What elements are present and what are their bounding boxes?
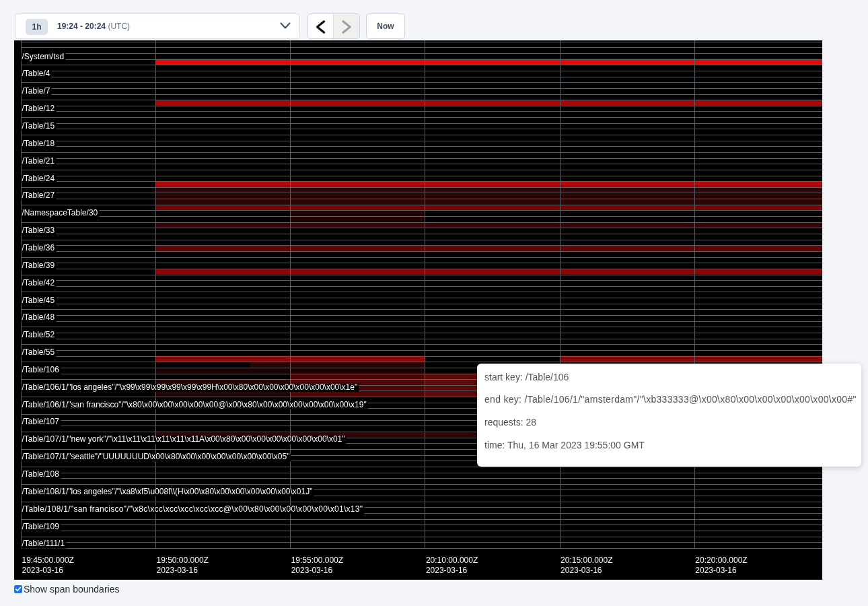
svg-text:/Table/52: /Table/52 <box>22 330 55 339</box>
svg-text:/Table/107: /Table/107 <box>22 417 60 426</box>
svg-text:/Table/45: /Table/45 <box>22 296 55 305</box>
svg-text:2023-03-16: 2023-03-16 <box>157 566 198 575</box>
svg-text:19:55:00.000Z: 19:55:00.000Z <box>291 556 343 565</box>
svg-text:/Table/24: /Table/24 <box>22 174 55 183</box>
svg-text:20:15:00.000Z: 20:15:00.000Z <box>560 556 612 565</box>
svg-text:/Table/48: /Table/48 <box>22 312 55 322</box>
svg-text:/Table/12: /Table/12 <box>22 104 55 113</box>
svg-text:/Table/21: /Table/21 <box>22 156 55 166</box>
svg-text:/Table/7: /Table/7 <box>22 86 50 96</box>
svg-text:/System/tsd: /System/tsd <box>22 52 65 61</box>
svg-text:2023-03-16: 2023-03-16 <box>560 566 602 575</box>
svg-text:/Table/106/1/"los angeles"/"\x: /Table/106/1/"los angeles"/"\x99\x99\x99… <box>22 382 358 392</box>
svg-text:/Table/36: /Table/36 <box>22 243 55 252</box>
svg-text:/Table/111/1: /Table/111/1 <box>22 539 65 548</box>
svg-text:/Table/55: /Table/55 <box>22 347 55 357</box>
svg-text:19:45:00.000Z: 19:45:00.000Z <box>22 556 74 565</box>
svg-text:/Table/15: /Table/15 <box>22 121 55 131</box>
svg-text:/Table/27: /Table/27 <box>22 191 55 200</box>
svg-text:2023-03-16: 2023-03-16 <box>22 566 64 575</box>
svg-text:/Table/108: /Table/108 <box>22 469 60 479</box>
svg-text:/Table/107/1/"seattle"/"UUUUUU: /Table/107/1/"seattle"/"UUUUUUUD\x00\x80… <box>22 452 290 461</box>
svg-text:2023-03-16: 2023-03-16 <box>426 566 468 575</box>
svg-text:/Table/33: /Table/33 <box>22 226 55 235</box>
svg-text:/Table/39: /Table/39 <box>22 261 55 270</box>
svg-text:2023-03-16: 2023-03-16 <box>695 566 737 575</box>
svg-text:/Table/108/1/"los angeles"/"\x: /Table/108/1/"los angeles"/"\xa8\xf5\u00… <box>22 487 313 496</box>
svg-text:/Table/4: /Table/4 <box>22 69 50 78</box>
svg-text:/Table/108/1/"san francisco"/": /Table/108/1/"san francisco"/"\x8c\xcc\x… <box>22 504 363 514</box>
svg-text:/Table/106/1/"san francisco"/": /Table/106/1/"san francisco"/"\x80\x00\x… <box>22 400 367 409</box>
svg-text:/Table/109: /Table/109 <box>22 522 60 531</box>
svg-text:19:50:00.000Z: 19:50:00.000Z <box>157 556 209 565</box>
svg-text:2023-03-16: 2023-03-16 <box>291 566 333 575</box>
svg-text:/Table/42: /Table/42 <box>22 278 55 288</box>
svg-text:/NamespaceTable/30: /NamespaceTable/30 <box>22 208 98 217</box>
svg-text:/Table/18: /Table/18 <box>22 139 55 148</box>
svg-text:/Table/107/1/"new york"/"\x11\: /Table/107/1/"new york"/"\x11\x11\x11\x1… <box>22 434 345 444</box>
svg-text:20:10:00.000Z: 20:10:00.000Z <box>426 556 478 565</box>
svg-text:/Table/106: /Table/106 <box>22 365 60 374</box>
svg-text:20:20:00.000Z: 20:20:00.000Z <box>695 556 747 565</box>
